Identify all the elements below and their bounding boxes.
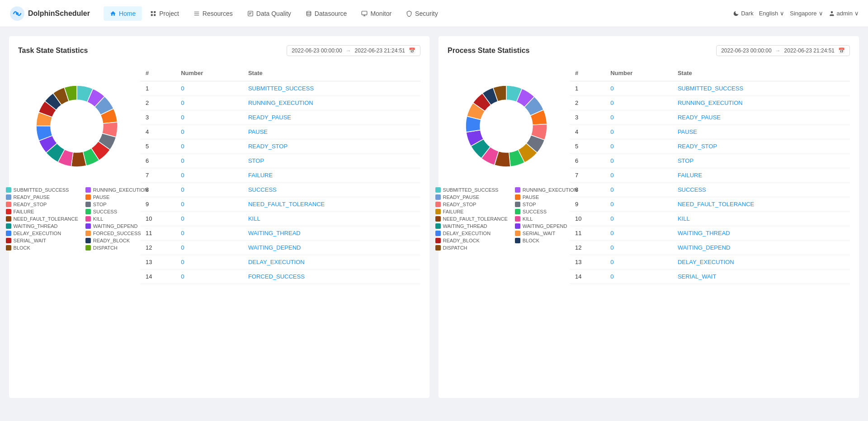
row-number: 0: [175, 212, 243, 226]
legend-dot: [6, 202, 11, 207]
task-table: # Number State 1 0 SUBMITTED_SUCCESS 2 0…: [140, 65, 420, 284]
table-row: 14 0 FORCED_SUCCESS: [140, 270, 420, 284]
legend-item: NEED_FAULT_TOLERANCE: [435, 216, 508, 222]
legend-item: DELAY_EXECUTION: [435, 231, 508, 236]
legend-label: READY_PAUSE: [443, 194, 480, 200]
row-state: SUBMITTED_SUCCESS: [243, 81, 420, 96]
legend-dot: [85, 231, 91, 236]
table-row: 8 0 SUCCESS: [570, 183, 850, 197]
task-panel-content: SUBMITTED_SUCCESSRUNNING_EXECUTIONREADY_…: [18, 65, 420, 284]
legend-dot: [435, 216, 441, 222]
calendar-icon: 📅: [838, 47, 845, 54]
nav-item-resources[interactable]: Resources: [187, 6, 239, 21]
legend-dot: [515, 238, 520, 243]
row-id: 7: [140, 168, 175, 183]
row-id: 5: [140, 139, 175, 154]
row-id: 2: [570, 96, 605, 110]
legend-item: SUCCESS: [515, 209, 578, 214]
legend-item: WAITING_THREAD: [6, 223, 78, 229]
nav-items: Home Project Resources Data Quality: [104, 6, 733, 21]
row-id: 14: [140, 270, 175, 284]
legend-item: RUNNING_EXECUTION: [515, 187, 578, 193]
row-number: 0: [605, 168, 672, 183]
legend-item: READY_BLOCK: [85, 238, 148, 243]
legend-item: FAILURE: [435, 209, 508, 214]
language-selector[interactable]: English ∨: [759, 10, 785, 17]
row-state: READY_STOP: [672, 139, 850, 154]
nav-item-home[interactable]: Home: [104, 6, 142, 21]
theme-toggle[interactable]: Dark: [733, 10, 753, 17]
nav-item-monitor[interactable]: Monitor: [355, 6, 398, 21]
legend-label: STOP: [523, 202, 536, 207]
legend-dot: [435, 231, 441, 236]
nav-item-security[interactable]: Security: [400, 6, 444, 21]
user-menu[interactable]: admin ∨: [829, 10, 859, 17]
row-state: RUNNING_EXECUTION: [243, 96, 420, 110]
process-panel-header: Process State Statistics 2022-06-23 00:0…: [448, 45, 850, 56]
row-state: FAILURE: [243, 168, 420, 183]
row-state: SERIAL_WAIT: [672, 270, 850, 284]
row-id: 1: [140, 81, 175, 96]
task-panel-title: Task State Statistics: [18, 47, 88, 55]
legend-label: READY_BLOCK: [93, 238, 130, 243]
chevron-down-icon: ∨: [819, 10, 823, 17]
task-panel: Task State Statistics 2022-06-23 00:00:0…: [9, 36, 429, 398]
row-id: 12: [140, 241, 175, 255]
row-state: READY_PAUSE: [243, 110, 420, 125]
calendar-icon: 📅: [409, 47, 415, 54]
legend-item: READY_STOP: [6, 202, 78, 207]
legend-dot: [85, 202, 91, 207]
legend-dot: [85, 216, 91, 222]
row-state: SUBMITTED_SUCCESS: [672, 81, 850, 96]
legend-label: NEED_FAULT_TOLERANCE: [14, 216, 78, 222]
legend-dot: [515, 202, 520, 207]
row-number: 0: [175, 154, 243, 168]
legend-label: WAITING_THREAD: [14, 223, 58, 229]
legend-item: WAITING_DEPEND: [85, 223, 148, 229]
task-col-number: Number: [175, 65, 243, 81]
row-id: 10: [140, 212, 175, 226]
logo[interactable]: DolphinScheduler: [9, 5, 90, 22]
row-number: 0: [605, 81, 672, 96]
svg-rect-2: [151, 11, 153, 13]
process-date-start: 2022-06-23 00:00:00: [721, 47, 771, 54]
row-state: READY_STOP: [243, 139, 420, 154]
legend-label: BLOCK: [523, 238, 539, 243]
task-date-range[interactable]: 2022-06-23 00:00:00 → 2022-06-23 21:24:5…: [287, 45, 420, 56]
legend-label: FAILURE: [14, 209, 34, 214]
svg-point-1: [16, 12, 19, 15]
legend-dot: [6, 216, 11, 222]
legend-dot: [515, 223, 520, 229]
row-id: 13: [140, 255, 175, 270]
process-date-range[interactable]: 2022-06-23 00:00:00 → 2022-06-23 21:24:5…: [716, 45, 850, 56]
legend-label: PAUSE: [93, 194, 109, 200]
legend-item: DISPATCH: [435, 245, 508, 251]
row-id: 9: [570, 197, 605, 212]
legend-item: DISPATCH: [85, 245, 148, 251]
row-number: 0: [605, 255, 672, 270]
legend-dot: [435, 187, 441, 193]
svg-rect-3: [154, 11, 156, 13]
legend-item: NEED_FAULT_TOLERANCE: [6, 216, 78, 222]
legend-label: READY_STOP: [14, 202, 47, 207]
region-selector[interactable]: Singapore ∨: [790, 10, 823, 17]
svg-rect-5: [154, 14, 156, 16]
legend-dot: [435, 238, 441, 243]
table-row: 13 0 DELAY_EXECUTION: [140, 255, 420, 270]
process-panel-left: SUBMITTED_SUCCESSRUNNING_EXECUTIONREADY_…: [448, 65, 565, 284]
row-number: 0: [175, 81, 243, 96]
table-row: 1 0 SUBMITTED_SUCCESS: [570, 81, 850, 96]
legend-item: FAILURE: [6, 209, 78, 214]
row-id: 4: [570, 125, 605, 139]
row-id: 10: [570, 212, 605, 226]
legend-item: STOP: [85, 202, 148, 207]
task-date-start: 2022-06-23 00:00:00: [292, 47, 342, 54]
row-state: PAUSE: [672, 125, 850, 139]
nav-item-dataquality[interactable]: Data Quality: [241, 6, 297, 21]
legend-dot: [515, 216, 520, 222]
legend-label: READY_STOP: [443, 202, 476, 207]
user-icon: [829, 10, 835, 17]
nav-item-datasource[interactable]: Datasource: [299, 6, 354, 21]
table-row: 9 0 NEED_FAULT_TOLERANCE: [140, 197, 420, 212]
nav-item-project[interactable]: Project: [144, 6, 185, 21]
